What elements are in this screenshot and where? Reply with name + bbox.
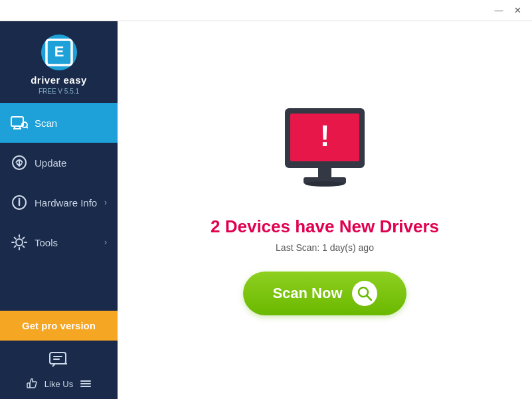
close-button[interactable]: ✕: [508, 3, 527, 18]
svg-text:!: !: [320, 120, 330, 152]
svg-point-12: [19, 198, 21, 200]
sidebar-item-hardware-info[interactable]: Hardware Info ›: [0, 183, 118, 222]
get-pro-button[interactable]: Get pro version: [0, 311, 118, 341]
sidebar-nav: Scan Update: [0, 103, 118, 305]
logo-text: driver easy: [31, 74, 87, 86]
logo-version: FREE V 5.5.1: [39, 88, 79, 95]
tools-icon: [11, 234, 28, 251]
monitor-svg: !: [272, 105, 378, 198]
scan-now-button[interactable]: Scan Now: [243, 272, 406, 315]
sidebar-tools-label: Tools: [35, 237, 104, 248]
main-layout: E driver easy FREE V 5.5.1 Sc: [0, 21, 532, 399]
tools-chevron: ›: [104, 238, 107, 247]
like-us-label: Like Us: [44, 379, 73, 389]
last-scan-text: Last Scan: 1 day(s) ago: [276, 242, 374, 253]
scan-headline: 2 Devices have New Drivers: [211, 216, 439, 237]
list-icon: [80, 378, 92, 390]
svg-rect-24: [318, 168, 331, 177]
hardware-info-chevron: ›: [104, 198, 107, 207]
hardware-info-icon: [11, 194, 28, 211]
sidebar-item-scan[interactable]: Scan: [0, 103, 118, 143]
scan-now-label: Scan Now: [272, 285, 342, 302]
title-bar: — ✕: [0, 0, 532, 21]
chat-icon-wrap: [48, 350, 70, 371]
update-icon: [11, 154, 28, 171]
sidebar-item-tools[interactable]: Tools ›: [0, 222, 118, 262]
sidebar-item-update[interactable]: Update: [0, 143, 118, 183]
svg-rect-17: [27, 383, 30, 388]
sidebar-hardware-label: Hardware Info: [35, 197, 104, 208]
sidebar-update-label: Update: [35, 157, 107, 169]
svg-rect-14: [50, 353, 66, 364]
sidebar-bottom: Like Us: [0, 341, 118, 399]
svg-line-8: [27, 127, 28, 128]
sidebar-scan-label: Scan: [35, 118, 107, 129]
thumbs-up-icon: [26, 378, 38, 390]
sidebar: E driver easy FREE V 5.5.1 Sc: [0, 21, 118, 399]
content-area: ! 2 Devices have New Drivers Last Scan: …: [118, 21, 532, 399]
search-icon-circle: [352, 281, 377, 306]
monitor-illustration: !: [272, 105, 378, 200]
svg-point-26: [305, 181, 345, 187]
svg-line-28: [367, 296, 371, 301]
chat-icon: [48, 350, 70, 371]
minimize-button[interactable]: —: [489, 3, 508, 18]
svg-point-13: [16, 239, 23, 246]
logo-icon: E: [41, 35, 77, 70]
scan-icon: [11, 114, 28, 131]
like-us-row[interactable]: Like Us: [26, 378, 92, 390]
sidebar-logo: E driver easy FREE V 5.5.1: [0, 21, 118, 103]
svg-text:E: E: [54, 43, 64, 60]
search-icon: [357, 285, 373, 301]
